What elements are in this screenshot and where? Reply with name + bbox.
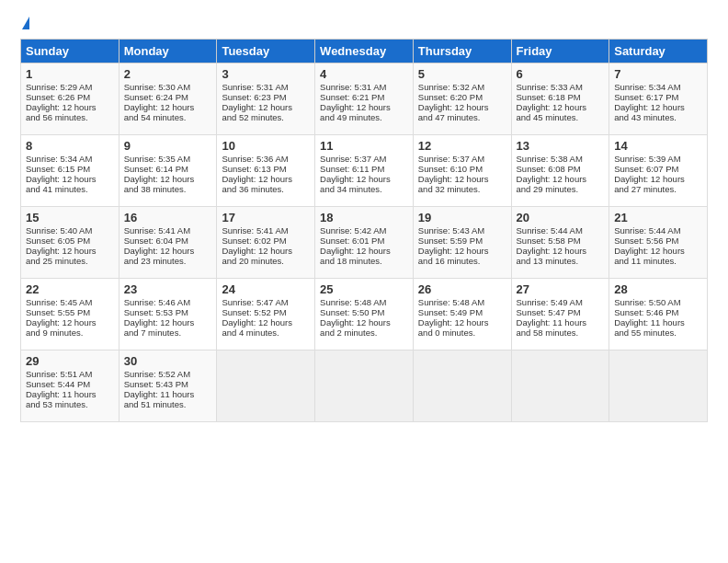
calendar-cell: 26Sunrise: 5:48 AMSunset: 5:49 PMDayligh… bbox=[413, 279, 511, 350]
week-row-2: 8Sunrise: 5:34 AMSunset: 6:15 PMDaylight… bbox=[21, 135, 708, 207]
day-number: 18 bbox=[320, 211, 408, 224]
day-number: 27 bbox=[517, 282, 605, 296]
header-friday: Friday bbox=[511, 40, 609, 63]
page: SundayMondayTuesdayWednesdayThursdayFrid… bbox=[0, 0, 728, 563]
calendar-cell: 28Sunrise: 5:50 AMSunset: 5:46 PMDayligh… bbox=[609, 279, 708, 350]
day-number: 16 bbox=[124, 211, 212, 224]
day-number: 28 bbox=[614, 282, 702, 296]
day-number: 3 bbox=[222, 67, 310, 81]
day-number: 6 bbox=[517, 67, 605, 81]
calendar-cell: 25Sunrise: 5:48 AMSunset: 5:50 PMDayligh… bbox=[315, 279, 414, 350]
day-number: 30 bbox=[124, 354, 212, 368]
calendar-cell: 11Sunrise: 5:37 AMSunset: 6:11 PMDayligh… bbox=[315, 135, 414, 207]
calendar-cell: 4Sunrise: 5:31 AMSunset: 6:21 PMDaylight… bbox=[315, 63, 414, 135]
calendar-cell: 1Sunrise: 5:29 AMSunset: 6:26 PMDaylight… bbox=[21, 63, 119, 135]
calendar-cell: 9Sunrise: 5:35 AMSunset: 6:14 PMDaylight… bbox=[119, 135, 217, 207]
day-number: 8 bbox=[26, 139, 114, 153]
header-sunday: Sunday bbox=[21, 40, 119, 63]
calendar-cell: 14Sunrise: 5:39 AMSunset: 6:07 PMDayligh… bbox=[609, 135, 708, 207]
day-number: 5 bbox=[418, 67, 506, 81]
calendar-cell: 22Sunrise: 5:45 AMSunset: 5:55 PMDayligh… bbox=[21, 279, 119, 350]
day-number: 1 bbox=[26, 67, 114, 81]
calendar-table: SundayMondayTuesdayWednesdayThursdayFrid… bbox=[20, 39, 708, 422]
calendar-cell: 2Sunrise: 5:30 AMSunset: 6:24 PMDaylight… bbox=[119, 63, 217, 135]
day-number: 12 bbox=[418, 139, 506, 153]
calendar-cell: 10Sunrise: 5:36 AMSunset: 6:13 PMDayligh… bbox=[217, 135, 315, 207]
calendar-cell bbox=[217, 350, 315, 422]
day-number: 7 bbox=[614, 67, 702, 81]
calendar-cell bbox=[511, 350, 609, 422]
calendar-cell: 13Sunrise: 5:38 AMSunset: 6:08 PMDayligh… bbox=[511, 135, 609, 207]
day-number: 29 bbox=[26, 354, 114, 368]
header-monday: Monday bbox=[119, 40, 217, 63]
day-number: 19 bbox=[418, 211, 506, 224]
calendar-cell: 17Sunrise: 5:41 AMSunset: 6:02 PMDayligh… bbox=[217, 207, 315, 279]
calendar-cell: 15Sunrise: 5:40 AMSunset: 6:05 PMDayligh… bbox=[21, 207, 119, 279]
week-row-3: 15Sunrise: 5:40 AMSunset: 6:05 PMDayligh… bbox=[21, 207, 708, 279]
week-row-5: 29Sunrise: 5:51 AMSunset: 5:44 PMDayligh… bbox=[21, 350, 708, 422]
calendar-cell: 20Sunrise: 5:44 AMSunset: 5:58 PMDayligh… bbox=[511, 207, 609, 279]
header-wednesday: Wednesday bbox=[315, 40, 414, 63]
week-row-1: 1Sunrise: 5:29 AMSunset: 6:26 PMDaylight… bbox=[21, 63, 708, 135]
calendar-cell: 27Sunrise: 5:49 AMSunset: 5:47 PMDayligh… bbox=[511, 279, 609, 350]
calendar-cell: 7Sunrise: 5:34 AMSunset: 6:17 PMDaylight… bbox=[609, 63, 708, 135]
calendar-cell: 29Sunrise: 5:51 AMSunset: 5:44 PMDayligh… bbox=[21, 350, 119, 422]
header-row: SundayMondayTuesdayWednesdayThursdayFrid… bbox=[21, 40, 708, 63]
calendar-cell: 6Sunrise: 5:33 AMSunset: 6:18 PMDaylight… bbox=[511, 63, 609, 135]
calendar-cell: 5Sunrise: 5:32 AMSunset: 6:20 PMDaylight… bbox=[413, 63, 511, 135]
calendar-cell: 3Sunrise: 5:31 AMSunset: 6:23 PMDaylight… bbox=[217, 63, 315, 135]
day-number: 14 bbox=[614, 139, 702, 153]
calendar-cell bbox=[315, 350, 414, 422]
week-row-4: 22Sunrise: 5:45 AMSunset: 5:55 PMDayligh… bbox=[21, 279, 708, 350]
header-saturday: Saturday bbox=[609, 40, 708, 63]
calendar-cell bbox=[413, 350, 511, 422]
calendar-cell: 24Sunrise: 5:47 AMSunset: 5:52 PMDayligh… bbox=[217, 279, 315, 350]
day-number: 23 bbox=[124, 282, 212, 296]
day-number: 15 bbox=[26, 211, 114, 224]
calendar-cell: 30Sunrise: 5:52 AMSunset: 5:43 PMDayligh… bbox=[119, 350, 217, 422]
header-area bbox=[20, 17, 708, 29]
day-number: 21 bbox=[614, 211, 702, 224]
day-number: 26 bbox=[418, 282, 506, 296]
logo-triangle-icon bbox=[22, 17, 29, 29]
day-number: 2 bbox=[124, 67, 212, 81]
day-number: 10 bbox=[222, 139, 310, 153]
header-tuesday: Tuesday bbox=[217, 40, 315, 63]
day-number: 17 bbox=[222, 211, 310, 224]
day-number: 20 bbox=[517, 211, 605, 224]
day-number: 22 bbox=[26, 282, 114, 296]
day-number: 24 bbox=[222, 282, 310, 296]
calendar-cell: 19Sunrise: 5:43 AMSunset: 5:59 PMDayligh… bbox=[413, 207, 511, 279]
day-number: 13 bbox=[517, 139, 605, 153]
day-number: 25 bbox=[320, 282, 408, 296]
calendar-cell: 8Sunrise: 5:34 AMSunset: 6:15 PMDaylight… bbox=[21, 135, 119, 207]
calendar-cell: 16Sunrise: 5:41 AMSunset: 6:04 PMDayligh… bbox=[119, 207, 217, 279]
calendar-cell: 12Sunrise: 5:37 AMSunset: 6:10 PMDayligh… bbox=[413, 135, 511, 207]
day-number: 9 bbox=[124, 139, 212, 153]
header-thursday: Thursday bbox=[413, 40, 511, 63]
logo bbox=[20, 17, 29, 29]
day-number: 4 bbox=[320, 67, 408, 81]
day-number: 11 bbox=[320, 139, 408, 153]
calendar-cell: 21Sunrise: 5:44 AMSunset: 5:56 PMDayligh… bbox=[609, 207, 708, 279]
calendar-cell: 23Sunrise: 5:46 AMSunset: 5:53 PMDayligh… bbox=[119, 279, 217, 350]
calendar-cell bbox=[609, 350, 708, 422]
calendar-cell: 18Sunrise: 5:42 AMSunset: 6:01 PMDayligh… bbox=[315, 207, 414, 279]
